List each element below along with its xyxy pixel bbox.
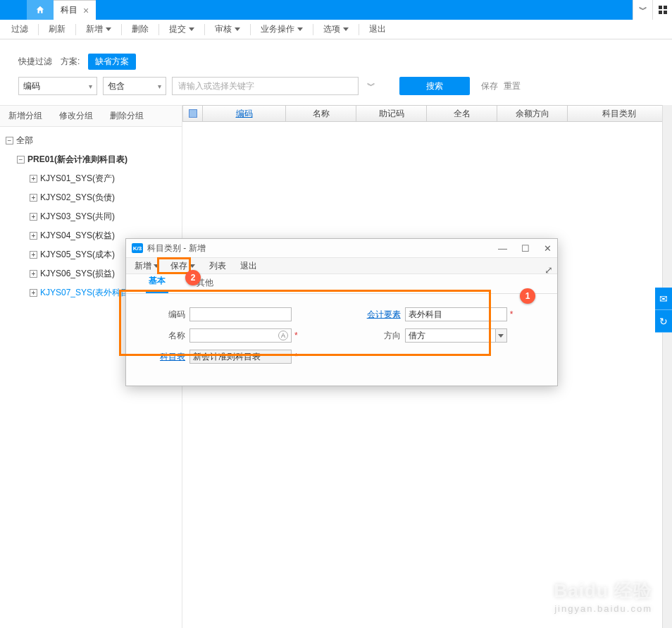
keyword-expand-icon[interactable]: ︾ [364,80,378,92]
dialog-category-new: K/3 科目类别 - 新增 — ☐ ✕ 新增 保存 列表 退出 ⤢ 基本 其他 … [125,238,558,386]
refresh-button[interactable]: 刷新 [43,20,71,39]
dialog-title: 科目类别 - 新增 [147,242,206,254]
search-row: 编码▾ 包含▾ 请输入或选择关键字 ︾ 搜索 保存 重置 [0,77,672,105]
callout-badge-1: 1 [520,288,535,304]
ime-icon[interactable]: A [278,331,288,340]
audit-button[interactable]: 审核 [209,20,246,39]
delete-group-button[interactable]: 删除分组 [101,106,152,126]
refresh-icon: ↻ [659,316,668,327]
chat-icon: ✉ [659,293,668,304]
input-direction[interactable]: 借方 [405,328,496,343]
new-button[interactable]: 新增 [80,20,117,39]
active-tab-label: 科目 [61,4,77,16]
expand-icon[interactable]: + [30,270,37,278]
close-icon[interactable]: ✕ [544,243,552,254]
chevron-down-icon: ▾ [158,82,161,90]
main-toolbar: 过滤 刷新 新增 删除 提交 审核 业务操作 选项 退出 [0,20,672,39]
collapse-icon[interactable]: − [17,156,25,164]
home-icon [35,5,45,15]
chevron-down-icon: ▾ [89,82,92,90]
keyword-input[interactable]: 请输入或选择关键字 [172,77,359,95]
expand-icon[interactable]: + [30,175,37,183]
grid-icon [659,6,667,14]
input-table[interactable]: 新会计准则科目表 [189,350,292,364]
quick-filter-row: 快捷过滤 方案: 缺省方案 [0,39,672,77]
expand-icon[interactable]: + [30,213,37,221]
chevron-down-icon [106,27,111,31]
col-code[interactable]: 编码 [203,106,286,121]
options-button[interactable]: 选项 [318,20,354,39]
chevron-down-icon [498,334,504,338]
home-tab[interactable] [27,0,54,20]
tree-node-all[interactable]: −全部 [1,131,180,150]
search-button[interactable]: 搜索 [399,77,470,95]
required-icon: * [294,352,298,362]
operator-combo[interactable]: 包含▾ [103,77,166,95]
scheme-chip[interactable]: 缺省方案 [88,54,136,70]
edit-group-button[interactable]: 修改分组 [51,106,101,126]
dlg-exit-button[interactable]: 退出 [236,258,261,273]
input-name[interactable]: A [189,328,292,343]
sidebar-header: 新增分组 修改分组 删除分组 [0,105,182,127]
chevron-down-icon [154,264,159,268]
expand-icon[interactable]: + [30,251,37,259]
grid-view-button[interactable] [652,0,672,20]
float-btn-1[interactable]: ✉ [655,288,672,310]
tree-node[interactable]: +KJYS01_SYS(资产) [1,169,180,188]
svg-rect-1 [664,6,667,9]
required-icon: * [294,331,298,340]
close-tab-icon[interactable]: × [83,6,89,16]
exit-button[interactable]: 退出 [363,20,392,39]
checkbox-col[interactable] [183,106,203,121]
dlg-list-button[interactable]: 列表 [205,258,230,273]
app-icon: K/3 [132,243,143,253]
label-element: 会计要素 [361,309,405,321]
reset-link[interactable]: 重置 [504,80,521,92]
chevron-down-icon [189,27,194,31]
direction-dropdown-button[interactable] [496,328,507,343]
float-btn-2[interactable]: ↻ [655,310,672,333]
dialog-titlebar[interactable]: K/3 科目类别 - 新增 — ☐ ✕ [126,239,557,257]
label-name: 名称 [154,330,189,342]
label-table: 科目表 [154,351,189,363]
input-code[interactable] [189,307,292,321]
save-link[interactable]: 保存 [481,80,498,92]
bizops-button[interactable]: 业务操作 [255,20,309,39]
col-mnemonic[interactable]: 助记码 [356,106,427,121]
checkbox-icon [189,109,197,118]
label-direction: 方向 [361,330,405,342]
tree-node[interactable]: +KJYS03_SYS(共同) [1,207,180,226]
vertical-scrollbar[interactable] [662,105,672,628]
active-tab[interactable]: 科目 × [54,0,96,20]
field-combo[interactable]: 编码▾ [18,77,97,95]
expand-icon[interactable]: + [30,289,37,297]
expand-icon[interactable]: + [30,194,37,202]
collapse-icon[interactable]: − [6,137,13,144]
grid-header: 编码 名称 助记码 全名 余额方向 科目类别 [182,105,672,122]
filter-button[interactable]: 过滤 [6,20,34,39]
tab-basic[interactable]: 基本 [146,271,168,293]
callout-badge-2: 2 [185,270,201,285]
svg-rect-2 [659,11,662,14]
col-name[interactable]: 名称 [286,106,356,121]
chevron-down-icon [189,264,195,268]
required-icon: * [510,309,514,319]
minimize-icon[interactable]: — [498,243,507,254]
maximize-icon[interactable]: ☐ [521,243,530,254]
side-float-buttons: ✉ ↻ [655,288,672,333]
tree-node[interactable]: +KJYS02_SYS(负债) [1,188,180,207]
col-fullname[interactable]: 全名 [427,106,497,121]
dialog-body: 编码 名称 A * 科目表 新会计准则科目表 * 会计要素 表外科目 [126,294,557,376]
tree-node-root[interactable]: −PRE01(新会计准则科目表) [1,150,180,169]
col-direction[interactable]: 余额方向 [497,106,568,121]
chevron-down-icon [343,27,349,31]
chevron-down-icon [235,27,240,31]
expand-icon[interactable]: + [30,232,37,240]
collapse-button[interactable]: ︾ [633,0,652,20]
add-group-button[interactable]: 新增分组 [0,106,51,126]
delete-button[interactable]: 删除 [126,20,154,39]
quick-filter-label: 快捷过滤 [18,56,52,68]
submit-button[interactable]: 提交 [163,20,200,39]
col-category[interactable]: 科目类别 [568,106,671,121]
input-element[interactable]: 表外科目 [405,307,507,321]
